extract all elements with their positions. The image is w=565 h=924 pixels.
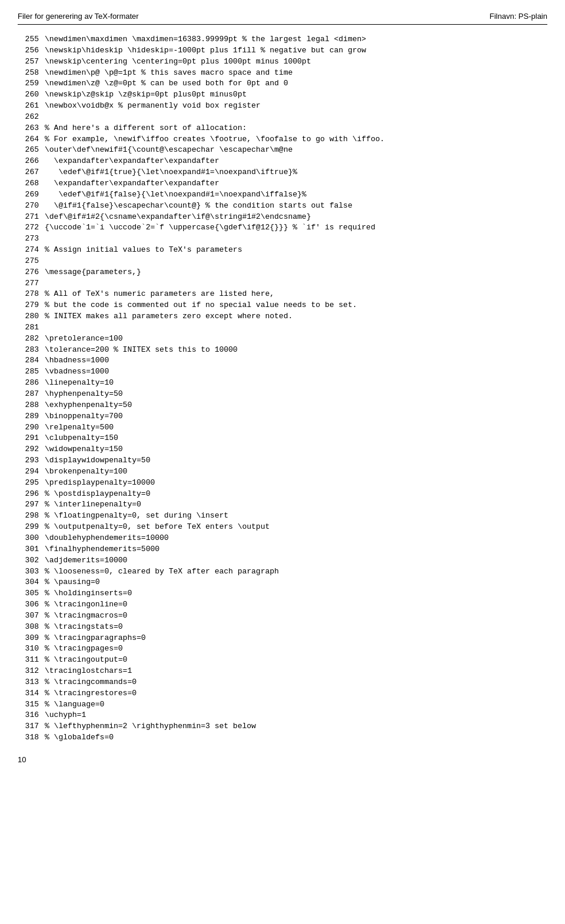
line-number: 311 xyxy=(18,655,39,666)
line-content: \clubpenalty=150 xyxy=(45,433,547,444)
code-line: 260\newskip\z@skip \z@skip=0pt plus0pt m… xyxy=(18,89,547,101)
line-number: 291 xyxy=(18,433,39,444)
line-content: \linepenalty=10 xyxy=(45,378,547,389)
line-content: \edef\@if#1{true}{\let\noexpand#1=\noexp… xyxy=(45,167,547,178)
line-content: % \tracingoutput=0 xyxy=(45,655,547,666)
code-line: 259\newdimen\z@ \z@=0pt % can be used bo… xyxy=(18,78,547,89)
line-number: 257 xyxy=(18,56,39,68)
code-line: 292\widowpenalty=150 xyxy=(18,444,547,455)
code-line: 269 \edef\@if#1{false}{\let\noexpand#1=\… xyxy=(18,189,547,201)
code-line: 315% \language=0 xyxy=(18,699,547,710)
line-number: 295 xyxy=(18,478,39,489)
line-content: % \tracingparagraphs=0 xyxy=(45,633,547,644)
line-number: 285 xyxy=(18,366,39,378)
code-line: 267 \edef\@if#1{true}{\let\noexpand#1=\n… xyxy=(18,167,547,178)
line-content: \relpenalty=500 xyxy=(45,422,547,433)
line-number: 279 xyxy=(18,300,39,311)
line-number: 286 xyxy=(18,378,39,389)
line-number: 287 xyxy=(18,389,39,400)
line-content: % \pausing=0 xyxy=(45,577,547,588)
line-number: 296 xyxy=(18,489,39,500)
code-line: 277 xyxy=(18,278,547,289)
code-line: 309% \tracingparagraphs=0 xyxy=(18,633,547,644)
code-line: 270 \@if#1{false}\escapechar\count@} % t… xyxy=(18,201,547,212)
code-line: 317% \lefthyphenmin=2 \righthyphenmin=3 … xyxy=(18,721,547,732)
line-content: \tolerance=200 % INITEX sets this to 100… xyxy=(45,345,547,356)
line-number: 290 xyxy=(18,422,39,433)
line-number: 300 xyxy=(18,533,39,544)
code-line: 281 xyxy=(18,322,547,333)
line-number: 318 xyxy=(18,732,39,743)
line-number: 284 xyxy=(18,355,39,366)
line-number: 307 xyxy=(18,611,39,622)
code-line: 272{\uccode`1=`i \uccode`2=`f \uppercase… xyxy=(18,222,547,233)
code-line: 313% \tracingcommands=0 xyxy=(18,677,547,688)
line-content: % \holdinginserts=0 xyxy=(45,588,547,599)
line-content: % \tracingstats=0 xyxy=(45,622,547,633)
line-number: 255 xyxy=(18,34,39,45)
line-number: 256 xyxy=(18,45,39,56)
code-line: 306% \tracingonline=0 xyxy=(18,599,547,611)
line-number: 306 xyxy=(18,599,39,611)
line-content: % \language=0 xyxy=(45,699,547,710)
line-number: 264 xyxy=(18,134,39,145)
line-number: 304 xyxy=(18,577,39,588)
line-content: % All of TeX's numeric parameters are li… xyxy=(45,289,547,300)
line-content: % INITEX makes all parameters zero excep… xyxy=(45,311,547,322)
line-number: 305 xyxy=(18,588,39,599)
header-title: Filer for generering av TeX-formater xyxy=(18,12,139,21)
code-area: 255\newdimen\maxdimen \maxdimen=16383.99… xyxy=(18,34,547,743)
line-content: \newdimen\z@ \z@=0pt % can be used both … xyxy=(45,78,547,89)
line-number: 268 xyxy=(18,178,39,189)
code-line: 261\newbox\voidb@x % permanently void bo… xyxy=(18,101,547,112)
line-number: 308 xyxy=(18,622,39,633)
line-number: 263 xyxy=(18,123,39,134)
page-footer: 10 xyxy=(18,755,547,764)
line-content: % \looseness=0, cleared by TeX after eac… xyxy=(45,566,547,578)
line-number: 310 xyxy=(18,643,39,655)
line-content: \hyphenpenalty=50 xyxy=(45,389,547,400)
code-line: 284\hbadness=1000 xyxy=(18,355,547,366)
line-content: \exhyphenpenalty=50 xyxy=(45,400,547,411)
line-number: 277 xyxy=(18,278,39,289)
code-line: 271\def\@if#1#2{\csname\expandafter\if@\… xyxy=(18,212,547,223)
code-line: 285\vbadness=1000 xyxy=(18,366,547,378)
line-content: % \globaldefs=0 xyxy=(45,732,547,743)
code-line: 287\hyphenpenalty=50 xyxy=(18,389,547,400)
line-number: 313 xyxy=(18,677,39,688)
line-number: 278 xyxy=(18,289,39,300)
code-line: 288\exhyphenpenalty=50 xyxy=(18,400,547,411)
line-content: \doublehyphendemerits=10000 xyxy=(45,533,547,544)
line-content: \expandafter\expandafter\expandafter xyxy=(45,178,547,189)
code-line: 263% And here's a different sort of allo… xyxy=(18,123,547,134)
line-number: 274 xyxy=(18,245,39,256)
line-number: 260 xyxy=(18,89,39,101)
line-number: 316 xyxy=(18,710,39,721)
line-content: % For example, \newif\iffoo creates \foo… xyxy=(45,134,547,145)
line-number: 271 xyxy=(18,212,39,223)
code-line: 258\newdimen\p@ \p@=1pt % this saves mac… xyxy=(18,68,547,79)
line-number: 317 xyxy=(18,721,39,732)
line-content: \def\@if#1#2{\csname\expandafter\if@\str… xyxy=(45,212,547,223)
line-number: 289 xyxy=(18,411,39,422)
line-number: 282 xyxy=(18,333,39,345)
line-number: 309 xyxy=(18,633,39,644)
line-content: % \tracingrestores=0 xyxy=(45,688,547,699)
line-number: 273 xyxy=(18,233,39,245)
line-number: 303 xyxy=(18,566,39,578)
line-content: % \tracingcommands=0 xyxy=(45,677,547,688)
code-line: 318% \globaldefs=0 xyxy=(18,732,547,743)
line-content: \newdimen\maxdimen \maxdimen=16383.99999… xyxy=(45,34,547,45)
page-number: 10 xyxy=(18,755,26,764)
code-line: 273 xyxy=(18,233,547,245)
line-content: \newdimen\p@ \p@=1pt % this saves macro … xyxy=(45,68,547,79)
line-content: \binoppenalty=700 xyxy=(45,411,547,422)
line-content: \@if#1{false}\escapechar\count@} % the c… xyxy=(45,201,547,212)
code-line: 294\brokenpenalty=100 xyxy=(18,466,547,478)
line-content: % \interlinepenalty=0 xyxy=(45,499,547,511)
line-content: \predisplaypenalty=10000 xyxy=(45,478,547,489)
code-line: 278% All of TeX's numeric parameters are… xyxy=(18,289,547,300)
line-content: \newskip\z@skip \z@skip=0pt plus0pt minu… xyxy=(45,89,547,101)
code-line: 311% \tracingoutput=0 xyxy=(18,655,547,666)
code-line: 290\relpenalty=500 xyxy=(18,422,547,433)
